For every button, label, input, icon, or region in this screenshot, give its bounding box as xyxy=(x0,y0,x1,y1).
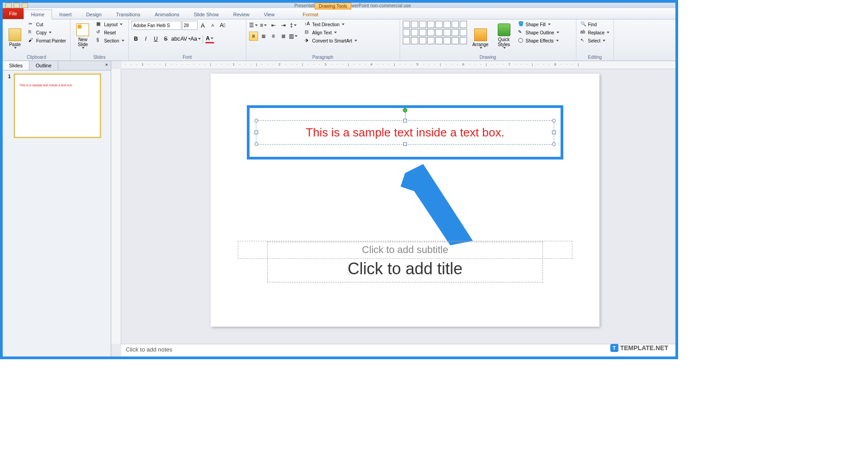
watermark: T TEMPLATE.NET xyxy=(610,344,668,352)
slide-number: 1 xyxy=(8,74,11,79)
justify-button[interactable]: ≣ xyxy=(279,32,288,41)
resize-handle-nw[interactable] xyxy=(255,119,258,122)
text-direction-icon: ↕A xyxy=(305,21,311,28)
bullets-button[interactable]: ☰ xyxy=(249,21,258,30)
group-drawing: Arrange Quick Styles 🪣Shape Fill ✎Shape … xyxy=(400,19,576,61)
select-button[interactable]: ↖Select xyxy=(579,37,611,44)
font-color-button[interactable]: A xyxy=(205,34,214,43)
tab-file[interactable]: File xyxy=(3,8,24,19)
tab-format[interactable]: Format xyxy=(295,10,326,19)
resize-handle-ne[interactable] xyxy=(552,119,556,122)
annotation-highlight-box: This is a sample text inside a text box. xyxy=(247,105,563,159)
shrink-font-button[interactable]: A xyxy=(208,21,217,30)
find-button[interactable]: 🔍Find xyxy=(579,21,611,28)
shapes-gallery[interactable] xyxy=(403,21,467,44)
title-placeholder[interactable]: Click to add title xyxy=(267,242,543,282)
resize-handle-w[interactable] xyxy=(255,131,258,134)
svg-marker-0 xyxy=(401,164,473,245)
bucket-icon: 🪣 xyxy=(518,21,524,28)
change-case-button[interactable]: Aa xyxy=(191,34,200,43)
tab-review[interactable]: Review xyxy=(226,10,257,19)
text-direction-button[interactable]: ↕AText Direction xyxy=(303,21,359,28)
slides-pane: Slides Outline × 1 This is a sample text… xyxy=(3,61,111,356)
arrange-icon xyxy=(474,28,487,41)
slide-thumbnail[interactable]: This is a sample text inside a text box. xyxy=(14,74,100,137)
group-label: Editing xyxy=(579,54,611,60)
pane-tab-outline[interactable]: Outline xyxy=(29,61,58,70)
titlebar: Presentation1 - Microsoft PowerPoint non… xyxy=(3,3,675,8)
resize-handle-n[interactable] xyxy=(403,119,407,122)
reset-icon: ↺ xyxy=(96,29,103,36)
tab-insert[interactable]: Insert xyxy=(52,10,79,19)
pane-tab-slides[interactable]: Slides xyxy=(3,61,29,70)
bold-button[interactable]: B xyxy=(132,34,141,43)
horizontal-ruler[interactable]: · · · 1 · · · | · · · · · · · | · · · 1 … xyxy=(121,61,675,69)
replace-icon: ab xyxy=(580,29,587,36)
convert-smartart-button[interactable]: ⬗Convert to SmartArt xyxy=(303,37,359,44)
quick-access-toolbar xyxy=(5,3,28,8)
resize-handle-sw[interactable] xyxy=(255,142,258,146)
shadow-button[interactable]: abc xyxy=(171,34,180,43)
context-tab-drawing-tools[interactable]: Drawing Tools xyxy=(315,3,351,8)
paste-button[interactable]: Paste xyxy=(5,21,24,50)
line-spacing-button[interactable]: ‡ xyxy=(289,21,298,30)
select-icon: ↖ xyxy=(580,38,587,44)
underline-button[interactable]: U xyxy=(151,34,160,43)
section-icon: § xyxy=(96,38,103,44)
redo-icon[interactable] xyxy=(22,3,28,8)
strikethrough-button[interactable]: S xyxy=(161,34,170,43)
arrange-button[interactable]: Arrange xyxy=(470,21,491,50)
textbox-content[interactable]: This is a sample text inside a text box. xyxy=(306,126,504,140)
increase-indent-button[interactable]: ⇥ xyxy=(279,21,288,30)
numbering-button[interactable]: ≡ xyxy=(259,21,268,30)
clear-formatting-button[interactable]: Aͣ xyxy=(218,21,227,30)
rotation-handle[interactable] xyxy=(403,108,407,113)
pane-close-button[interactable]: × xyxy=(103,61,111,70)
slide-canvas[interactable]: This is a sample text inside a text box.… xyxy=(211,74,599,327)
tab-view[interactable]: View xyxy=(257,10,282,19)
font-size-select[interactable] xyxy=(182,21,198,30)
section-button[interactable]: §Section xyxy=(95,37,125,44)
resize-handle-se[interactable] xyxy=(552,142,556,146)
tab-transitions[interactable]: Transitions xyxy=(109,10,147,19)
grow-font-button[interactable]: A xyxy=(198,21,208,30)
font-name-select[interactable] xyxy=(132,21,181,30)
reset-button[interactable]: ↺Reset xyxy=(95,29,125,36)
ribbon-tabs: File Home Insert Design Transitions Anim… xyxy=(3,8,675,19)
replace-button[interactable]: abReplace xyxy=(579,29,611,36)
align-right-button[interactable]: ≡ xyxy=(269,32,278,41)
undo-icon[interactable] xyxy=(14,3,20,8)
char-spacing-button[interactable]: AV xyxy=(181,34,190,43)
resize-handle-e[interactable] xyxy=(552,131,556,134)
tab-home[interactable]: Home xyxy=(24,9,52,19)
group-label: Clipboard xyxy=(5,54,67,60)
shape-effects-button[interactable]: ◯Shape Effects xyxy=(517,37,561,44)
resize-handle-s[interactable] xyxy=(403,142,407,146)
cut-button[interactable]: ✂Cut xyxy=(27,21,67,28)
align-text-button[interactable]: ⊟Align Text xyxy=(303,29,359,36)
window-title: Presentation1 - Microsoft PowerPoint non… xyxy=(33,3,673,8)
align-center-button[interactable]: ≣ xyxy=(259,32,268,41)
selected-textbox[interactable]: This is a sample text inside a text box. xyxy=(256,120,554,145)
tab-design[interactable]: Design xyxy=(79,10,109,19)
italic-button[interactable]: I xyxy=(142,34,151,43)
tab-animations[interactable]: Animations xyxy=(147,10,186,19)
shape-fill-button[interactable]: 🪣Shape Fill xyxy=(517,21,561,28)
vertical-ruler[interactable] xyxy=(111,69,121,344)
pencil-icon: ✎ xyxy=(518,29,524,36)
shape-outline-button[interactable]: ✎Shape Outline xyxy=(517,29,561,36)
tab-slideshow[interactable]: Slide Show xyxy=(187,10,226,19)
notes-pane[interactable]: Click to add notes xyxy=(121,344,675,356)
decrease-indent-button[interactable]: ⇤ xyxy=(269,21,278,30)
thumb-text: This is a sample text inside a text box. xyxy=(19,84,95,87)
layout-button[interactable]: ▦Layout xyxy=(95,21,125,28)
effects-icon: ◯ xyxy=(518,38,524,44)
copy-button[interactable]: ⎘Copy xyxy=(27,29,67,36)
format-painter-button[interactable]: 🖌Format Painter xyxy=(27,37,67,44)
new-slide-button[interactable]: New Slide xyxy=(73,21,92,50)
columns-button[interactable]: ▥ xyxy=(289,32,298,41)
align-left-button[interactable]: ≡ xyxy=(249,32,258,41)
group-label: Drawing xyxy=(403,54,573,60)
save-icon[interactable] xyxy=(5,3,12,8)
quick-styles-button[interactable]: Quick Styles xyxy=(494,21,514,50)
